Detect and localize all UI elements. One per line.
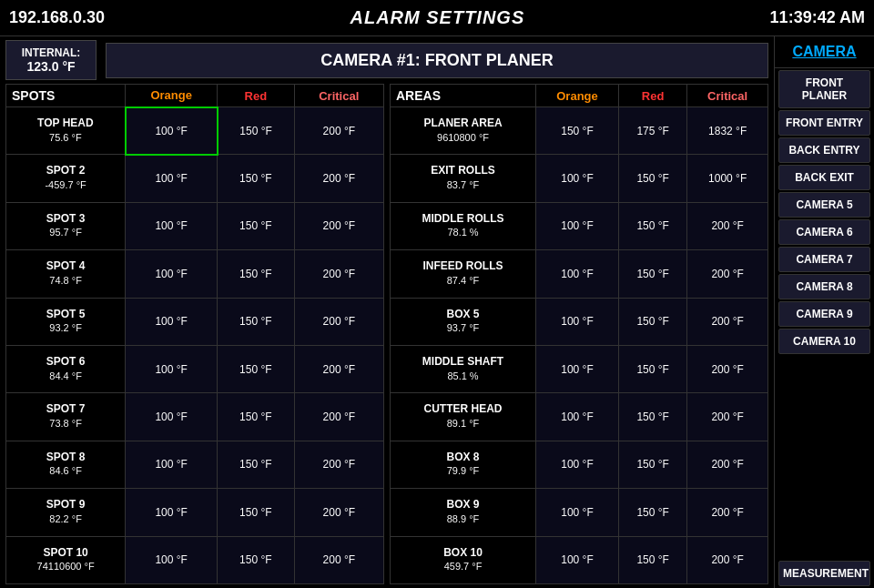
critical-value[interactable]: 200 °F [294, 345, 383, 392]
red-value[interactable]: 150 °F [618, 393, 686, 441]
orange-value[interactable]: 100 °F [536, 441, 619, 488]
sidebar-camera-item-3[interactable]: BACK ENTRY [778, 137, 870, 163]
orange-value[interactable]: 100 °F [126, 202, 218, 249]
table-row[interactable]: SPOT 982.2 °F100 °F150 °F200 °F [6, 489, 384, 536]
table-row[interactable]: SPOT 593.2 °F100 °F150 °F200 °F [6, 298, 384, 345]
table-row[interactable]: BOX 879.9 °F100 °F150 °F200 °F [391, 441, 768, 488]
critical-value[interactable]: 200 °F [294, 441, 383, 488]
critical-value[interactable]: 200 °F [294, 107, 383, 155]
critical-value[interactable]: 200 °F [687, 489, 768, 536]
red-value[interactable]: 150 °F [218, 250, 294, 298]
areas-critical-header: Critical [687, 85, 768, 107]
table-row[interactable]: SPOT 684.4 °F100 °F150 °F200 °F [6, 345, 384, 392]
critical-value[interactable]: 200 °F [294, 202, 383, 249]
orange-value[interactable]: 100 °F [536, 202, 619, 249]
sidebar-camera-item-10[interactable]: CAMERA 10 [778, 329, 870, 354]
orange-value[interactable]: 100 °F [126, 250, 218, 298]
table-row[interactable]: MIDDLE SHAFT85.1 %100 °F150 °F200 °F [391, 345, 768, 392]
ip-address: 192.168.0.30 [9, 8, 105, 27]
red-value[interactable]: 150 °F [618, 345, 686, 392]
red-value[interactable]: 150 °F [218, 393, 294, 441]
main-layout: INTERNAL: 123.0 °F CAMERA #1: FRONT PLAN… [0, 36, 874, 588]
measurement-button[interactable]: MEASUREMENT [778, 561, 870, 586]
table-row[interactable]: BOX 988.9 °F100 °F150 °F200 °F [391, 489, 768, 536]
critical-value[interactable]: 200 °F [687, 298, 768, 345]
critical-value[interactable]: 200 °F [687, 202, 768, 249]
orange-value[interactable]: 100 °F [126, 155, 218, 202]
area-name-cell: MIDDLE SHAFT85.1 % [391, 345, 536, 392]
table-row[interactable]: SPOT 773.8 °F100 °F150 °F200 °F [6, 393, 384, 441]
sidebar-camera-item-8[interactable]: CAMERA 8 [778, 274, 870, 299]
critical-value[interactable]: 200 °F [687, 441, 768, 488]
orange-value[interactable]: 100 °F [536, 155, 619, 202]
critical-value[interactable]: 1832 °F [687, 107, 768, 155]
table-row[interactable]: SPOT 884.6 °F100 °F150 °F200 °F [6, 441, 384, 488]
orange-value[interactable]: 100 °F [126, 489, 218, 536]
table-row[interactable]: INFEED ROLLS87.4 °F100 °F150 °F200 °F [391, 250, 768, 298]
red-value[interactable]: 150 °F [218, 107, 294, 155]
orange-value[interactable]: 100 °F [126, 441, 218, 488]
red-value[interactable]: 150 °F [218, 202, 294, 249]
red-value[interactable]: 150 °F [218, 298, 294, 345]
table-row[interactable]: SPOT 395.7 °F100 °F150 °F200 °F [6, 202, 384, 249]
orange-value[interactable]: 100 °F [126, 298, 218, 345]
red-value[interactable]: 150 °F [218, 155, 294, 202]
critical-value[interactable]: 200 °F [294, 298, 383, 345]
area-name-cell: MIDDLE ROLLS78.1 % [391, 202, 536, 249]
red-value[interactable]: 150 °F [218, 441, 294, 488]
table-row[interactable]: SPOT 1074110600 °F100 °F150 °F200 °F [6, 536, 384, 583]
sidebar-camera-item-7[interactable]: CAMERA 7 [778, 247, 870, 272]
sidebar-camera-item-2[interactable]: FRONT ENTRY [778, 110, 870, 136]
critical-value[interactable]: 200 °F [687, 250, 768, 298]
sidebar-camera-item-5[interactable]: CAMERA 5 [778, 192, 870, 218]
orange-value[interactable]: 100 °F [126, 345, 218, 392]
table-row[interactable]: EXIT ROLLS83.7 °F100 °F150 °F1000 °F [391, 155, 768, 202]
orange-value[interactable]: 100 °F [536, 345, 619, 392]
table-row[interactable]: BOX 10459.7 °F100 °F150 °F200 °F [391, 536, 768, 583]
red-value[interactable]: 150 °F [618, 250, 686, 298]
red-value[interactable]: 150 °F [618, 298, 686, 345]
critical-value[interactable]: 200 °F [294, 393, 383, 441]
critical-value[interactable]: 200 °F [687, 345, 768, 392]
orange-value[interactable]: 100 °F [536, 489, 619, 536]
orange-value[interactable]: 150 °F [536, 107, 619, 155]
table-row[interactable]: TOP HEAD75.6 °F100 °F150 °F200 °F [6, 107, 384, 155]
sidebar-camera-item-4[interactable]: BACK EXIT [778, 165, 870, 190]
camera-nav-button[interactable]: CAMERA [775, 36, 874, 68]
critical-value[interactable]: 200 °F [294, 250, 383, 298]
red-value[interactable]: 150 °F [618, 489, 686, 536]
critical-value[interactable]: 200 °F [687, 536, 768, 583]
orange-value[interactable]: 100 °F [536, 393, 619, 441]
table-row[interactable]: CUTTER HEAD89.1 °F100 °F150 °F200 °F [391, 393, 768, 441]
red-value[interactable]: 150 °F [618, 441, 686, 488]
sidebar-camera-item-1[interactable]: FRONT PLANER [778, 70, 870, 108]
orange-value[interactable]: 100 °F [126, 393, 218, 441]
red-value[interactable]: 150 °F [618, 155, 686, 202]
orange-value[interactable]: 100 °F [536, 298, 619, 345]
critical-value[interactable]: 1000 °F [687, 155, 768, 202]
table-row[interactable]: BOX 593.7 °F100 °F150 °F200 °F [391, 298, 768, 345]
sidebar-camera-item-6[interactable]: CAMERA 6 [778, 219, 870, 245]
table-row[interactable]: SPOT 2-459.7 °F100 °F150 °F200 °F [6, 155, 384, 202]
critical-value[interactable]: 200 °F [294, 536, 383, 583]
red-value[interactable]: 150 °F [618, 536, 686, 583]
critical-value[interactable]: 200 °F [294, 155, 383, 202]
orange-value[interactable]: 100 °F [536, 536, 619, 583]
red-value[interactable]: 150 °F [218, 536, 294, 583]
table-row[interactable]: SPOT 474.8 °F100 °F150 °F200 °F [6, 250, 384, 298]
critical-value[interactable]: 200 °F [294, 489, 383, 536]
table-row[interactable]: PLANER AREA9610800 °F150 °F175 °F1832 °F [391, 107, 768, 155]
spots-table: SPOTS Orange Red Critical TOP HEAD75.6 °… [5, 84, 384, 584]
sidebar-camera-item-9[interactable]: CAMERA 9 [778, 301, 870, 327]
orange-value[interactable]: 100 °F [126, 107, 218, 155]
spot-name-cell: SPOT 593.2 °F [6, 298, 126, 345]
red-value[interactable]: 150 °F [218, 489, 294, 536]
red-value[interactable]: 175 °F [618, 107, 686, 155]
table-row[interactable]: MIDDLE ROLLS78.1 %100 °F150 °F200 °F [391, 202, 768, 249]
critical-value[interactable]: 200 °F [687, 393, 768, 441]
red-value[interactable]: 150 °F [618, 202, 686, 249]
orange-value[interactable]: 100 °F [536, 250, 619, 298]
orange-value[interactable]: 100 °F [126, 536, 218, 583]
red-value[interactable]: 150 °F [218, 345, 294, 392]
page-title: ALARM SETTINGS [350, 7, 524, 28]
